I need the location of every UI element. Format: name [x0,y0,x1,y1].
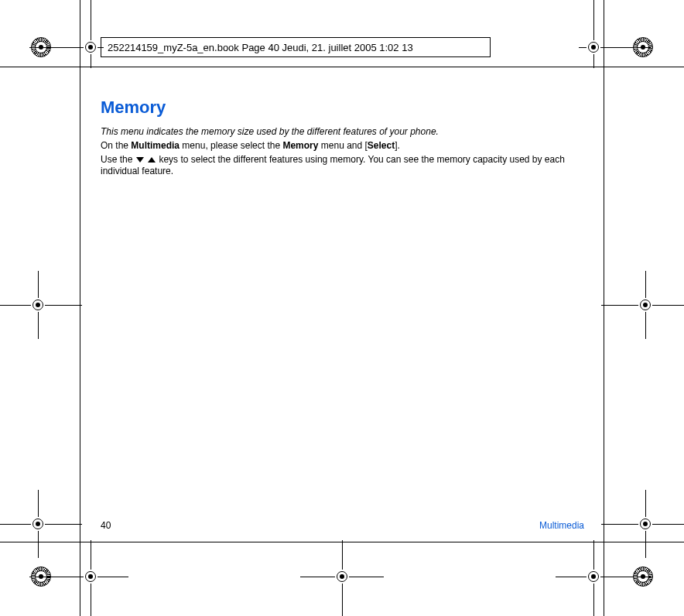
bold-text: Memory [282,140,318,151]
bold-text: Select [368,140,395,151]
arrow-down-icon [136,157,144,163]
page-content: Memory This menu indicates the memory si… [101,97,584,180]
crop-target-icon [335,570,349,583]
bold-text: Multimedia [131,140,180,151]
crop-target-icon [638,298,652,312]
instruction-line-2: Use the keys to select the different fea… [101,154,584,177]
frame-line-top [0,67,684,67]
crop-target-icon [31,298,45,312]
text-fragment: On the [101,140,131,151]
print-header-text: 252214159_myZ-5a_en.book Page 40 Jeudi, … [108,42,413,53]
text-fragment: Use the [101,154,135,165]
crop-target-icon [587,570,600,583]
page-footer: 40 Multimedia [101,520,584,531]
crop-target-icon [587,40,600,54]
section-title: Memory [101,97,584,118]
page-number: 40 [101,520,111,531]
text-fragment: keys to select the different features us… [101,154,565,176]
arrow-up-icon [148,157,156,163]
instruction-line-1: On the Multimedia menu, please select th… [101,140,584,152]
crop-target-icon [31,517,45,531]
crop-target-icon [638,517,652,531]
text-fragment: menu, please select the [180,140,282,151]
print-header-box: 252214159_myZ-5a_en.book Page 40 Jeudi, … [101,37,491,57]
crop-target-icon [84,40,97,54]
crop-target-icon [84,570,97,583]
text-fragment: menu and [ [318,140,367,151]
text-fragment: ]. [395,140,400,151]
intro-text: This menu indicates the memory size used… [101,126,584,138]
section-name: Multimedia [539,520,584,531]
